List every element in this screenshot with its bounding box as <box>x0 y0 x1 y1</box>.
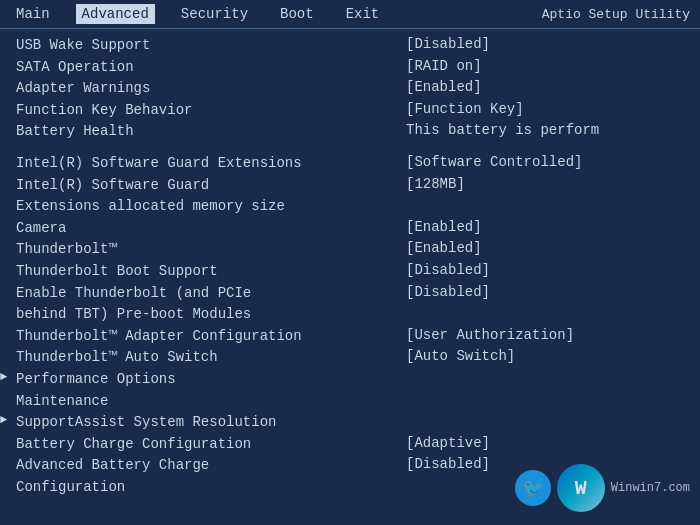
setting-label: Camera <box>16 219 406 239</box>
table-row: Enable Thunderbolt (and PCIe[Disabled] <box>0 283 696 305</box>
menu-item-advanced[interactable]: Advanced <box>76 4 155 24</box>
setting-label: Thunderbolt™ Adapter Configuration <box>16 327 406 347</box>
table-row: Maintenance <box>0 391 696 413</box>
setting-value: [Disabled] <box>406 262 696 278</box>
settings-list: USB Wake Support[Disabled]SATA Operation… <box>0 29 700 522</box>
table-row: ►Performance Options <box>0 369 696 391</box>
menu-bar: MainAdvancedSecurityBootExit <box>10 4 385 24</box>
table-row: SATA Operation[RAID on] <box>0 57 696 79</box>
menu-item-exit[interactable]: Exit <box>340 4 386 24</box>
table-row: Thunderbolt™ Adapter Configuration[User … <box>0 326 696 348</box>
setting-label: Performance Options <box>16 370 406 390</box>
spacer-row <box>0 143 696 153</box>
setting-label: USB Wake Support <box>16 36 406 56</box>
setting-label: Thunderbolt Boot Support <box>16 262 406 282</box>
table-row: Adapter Warnings[Enabled] <box>0 78 696 100</box>
watermark: 🐦 W Winwin7.com <box>515 464 690 512</box>
table-row: Intel(R) Software Guard Extensions[Softw… <box>0 153 696 175</box>
site-logo: W <box>557 464 605 512</box>
table-row: Camera[Enabled] <box>0 218 696 240</box>
row-arrow[interactable]: ► <box>0 413 16 427</box>
setting-label: Advanced Battery Charge <box>16 456 406 476</box>
setting-label: SATA Operation <box>16 58 406 78</box>
setting-value: [Auto Switch] <box>406 348 696 364</box>
setting-label: Enable Thunderbolt (and PCIe <box>16 284 406 304</box>
table-row: ►SupportAssist System Resolution <box>0 412 696 434</box>
setting-label: Battery Charge Configuration <box>16 435 406 455</box>
setting-label: Maintenance <box>16 392 406 412</box>
logo-letter: W <box>575 477 587 500</box>
setting-label: Configuration <box>16 478 406 498</box>
setting-value: [Disabled] <box>406 36 696 52</box>
table-row: Thunderbolt™ Auto Switch[Auto Switch] <box>0 347 696 369</box>
setting-value: This battery is perform <box>406 122 696 138</box>
app-title: Aptio Setup Utility <box>542 7 690 22</box>
setting-label: Function Key Behavior <box>16 101 406 121</box>
setting-value: [128MB] <box>406 176 696 192</box>
setting-label: Thunderbolt™ Auto Switch <box>16 348 406 368</box>
menu-item-main[interactable]: Main <box>10 4 56 24</box>
menu-item-security[interactable]: Security <box>175 4 254 24</box>
setting-value: [Enabled] <box>406 240 696 256</box>
setting-label: Thunderbolt™ <box>16 240 406 260</box>
setting-label: Extensions allocated memory size <box>16 197 406 217</box>
table-row: Thunderbolt Boot Support[Disabled] <box>0 261 696 283</box>
table-row: USB Wake Support[Disabled] <box>0 35 696 57</box>
table-row: Function Key Behavior[Function Key] <box>0 100 696 122</box>
table-row: Intel(R) Software Guard[128MB] <box>0 175 696 197</box>
table-row: Battery HealthThis battery is perform <box>0 121 696 143</box>
setting-value: [User Authorization] <box>406 327 696 343</box>
setting-label: behind TBT) Pre-boot Modules <box>16 305 406 325</box>
setting-value: [Enabled] <box>406 219 696 235</box>
twitter-icon: 🐦 <box>515 470 551 506</box>
setting-value: [RAID on] <box>406 58 696 74</box>
setting-value: [Function Key] <box>406 101 696 117</box>
setting-label: Intel(R) Software Guard <box>16 176 406 196</box>
row-arrow[interactable]: ► <box>0 370 16 384</box>
table-row: behind TBT) Pre-boot Modules <box>0 304 696 326</box>
setting-value: [Software Controlled] <box>406 154 696 170</box>
menu-item-boot[interactable]: Boot <box>274 4 320 24</box>
setting-label: Adapter Warnings <box>16 79 406 99</box>
setting-label: SupportAssist System Resolution <box>16 413 406 433</box>
setting-value: [Enabled] <box>406 79 696 95</box>
table-row: Battery Charge Configuration[Adaptive] <box>0 434 696 456</box>
setting-value: [Adaptive] <box>406 435 696 451</box>
table-row: Thunderbolt™[Enabled] <box>0 239 696 261</box>
setting-value: [Disabled] <box>406 284 696 300</box>
top-bar: MainAdvancedSecurityBootExit Aptio Setup… <box>0 0 700 29</box>
setting-label: Battery Health <box>16 122 406 142</box>
site-text: Winwin7.com <box>611 481 690 495</box>
table-row: Extensions allocated memory size <box>0 196 696 218</box>
setting-label: Intel(R) Software Guard Extensions <box>16 154 406 174</box>
content-area: USB Wake Support[Disabled]SATA Operation… <box>0 29 700 522</box>
